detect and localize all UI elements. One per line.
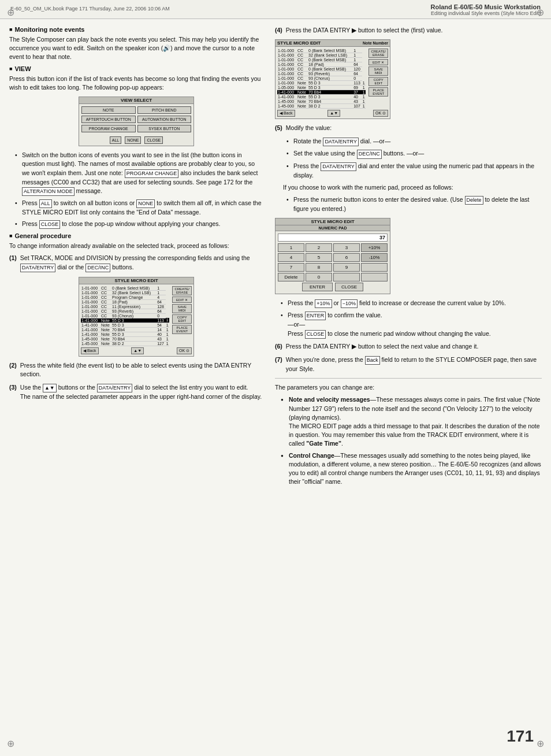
param-note-title: Note and velocity messages	[289, 396, 370, 403]
sme-title-2-label: STYLE MICRO EDIT	[277, 40, 363, 46]
sme-layout-2: 1-01-000CC0 (Bank Select MSB)1 1-01-000C…	[277, 49, 388, 109]
sme-screenshot-2: STYLE MICRO EDIT Note Number 1-01-000CC0…	[275, 39, 390, 119]
kbd-minus10: −10%	[341, 299, 358, 308]
num-key-0[interactable]: 0	[306, 273, 332, 281]
sme-bottom-bar: ◀ Back ▲▼ OK ⊙	[81, 347, 192, 354]
brand: Roland	[430, 3, 452, 10]
num-key-6[interactable]: 6	[333, 253, 360, 262]
view-btn-pitch: PITCH BEND	[137, 106, 192, 114]
num-key-1[interactable]: 1	[278, 243, 304, 252]
parameters-list: Note and velocity messages—These message…	[281, 395, 542, 486]
sme-inner-2: 1-01-000CC0 (Bank Select MSB)1 1-01-000C…	[276, 47, 390, 118]
sme-title-bar-2: STYLE MICRO EDIT Note Number	[276, 40, 390, 47]
sme-save-btn[interactable]: SAVEMIDI	[172, 304, 192, 313]
page-header: E-60_50_OM_UK.book Page 171 Thursday, Ju…	[0, 0, 551, 19]
num-pad-subtitle: NUMERIC PAD	[276, 225, 390, 231]
view-btn-aftertouch: AFTERTOUCH BUTTON	[81, 116, 136, 123]
main-content: Monitoring note events The Style Compose…	[0, 19, 551, 497]
sme-create-btn-2[interactable]: CREATE/ERASE	[368, 49, 388, 58]
table-row: 1-41-000Note55 D 3401	[277, 95, 366, 99]
kbd-dec-inc2: DEC/INC	[357, 150, 382, 158]
step-1: (1) Set TRACK, MODE and DIVISION by pres…	[9, 254, 263, 272]
table-row: 1-01-000CC0 (Bank Select MSB)1	[277, 49, 366, 53]
sme-place-btn-2[interactable]: PLACEEVENT	[368, 87, 388, 97]
step5-bullet-1: Rotate the DATA/ENTRY dial. —or—	[286, 137, 542, 146]
num-pad-close-btn[interactable]: CLOSE	[335, 283, 363, 291]
kbd-program-change: PROGRAM CHANGE	[125, 169, 179, 178]
kbd-close2: CLOSE	[305, 330, 326, 339]
sme-copy-btn-2[interactable]: COPYEDIT	[368, 77, 388, 86]
num-key-5[interactable]: 5	[306, 253, 332, 262]
view-btn-all[interactable]: ALL	[110, 136, 121, 144]
num-key-7[interactable]: 7	[278, 263, 304, 272]
kbd-data-entry2: DATA/ENTRY	[97, 384, 133, 392]
num-key-minus10[interactable]: -10%	[361, 253, 388, 262]
general-body: To change information already available …	[9, 242, 263, 250]
table-row: 1-01-000CC93 (Reverb)64	[277, 72, 366, 76]
bullet-1: Switch on the button icons of events you…	[15, 151, 263, 196]
table-row: 1-01-000CC93 (Chorus)0	[81, 313, 169, 318]
sme-note-number-label: Note Number	[363, 41, 388, 45]
sme-place-btn[interactable]: PLACEEVENT	[172, 325, 192, 334]
after-pad-bullets: Press the +10% or −10% field to increase…	[281, 299, 542, 338]
view-btn-none[interactable]: NONE	[125, 136, 141, 144]
sme-nav-btn[interactable]: ▲▼	[131, 347, 144, 354]
table-row: 1-41-000Note70 Bb4141	[81, 327, 169, 332]
table-row: 1-01-000CC18 (Pad)64	[277, 62, 366, 67]
num-key-plus10[interactable]: +10%	[361, 243, 388, 252]
step5-extra: If you choose to work with the numeric p…	[283, 183, 542, 192]
sme-copy-btn[interactable]: COPYEDIT	[172, 314, 192, 324]
step-6: (6) Press the DATA ENTRY ▶ button to sel…	[275, 342, 542, 351]
step-7-text: When you're done, press the Back field t…	[286, 355, 542, 373]
sme-ok-btn-2[interactable]: OK ⊙	[373, 110, 388, 117]
sme-bottom-bar-2: ◀ Back ▲▼ OK ⊙	[277, 110, 388, 117]
num-pad-inner: 37 1 2 3 +10% 4 5 6 -10% 7 8 9 Delete 0	[276, 231, 390, 294]
view-bullets: Switch on the button icons of events you…	[15, 151, 263, 229]
step-4-num: (4)	[275, 26, 282, 35]
num-key-4[interactable]: 4	[278, 253, 304, 262]
table-row: 1-01-000CC18 (Pad)64	[81, 299, 169, 304]
after-pad-bullet-1: Press the +10% or −10% field to increase…	[281, 299, 542, 308]
kbd-dec-inc: DEC/INC	[85, 264, 110, 272]
view-body: Press this button icon if the list of tr…	[9, 75, 263, 92]
step-7: (7) When you're done, press the Back fie…	[275, 355, 542, 373]
num-key-2[interactable]: 2	[306, 243, 332, 252]
step5-sub-bullet-1: Press the numeric button icons to enter …	[286, 195, 542, 213]
sme-back-btn[interactable]: ◀ Back	[81, 347, 99, 354]
view-select-screenshot: VIEW SELECT NOTE PITCH BEND AFTERTOUCH B…	[79, 97, 194, 146]
num-pad-grid: 1 2 3 +10% 4 5 6 -10% 7 8 9 Delete 0	[278, 243, 388, 281]
sme-ok-btn[interactable]: OK ⊙	[177, 347, 192, 354]
num-pad-title: STYLE MICRO EDIT	[276, 218, 390, 225]
table-row: 1-45-000Note38 D 21271	[81, 341, 169, 346]
num-key-delete[interactable]: Delete	[278, 273, 304, 281]
num-key-9[interactable]: 9	[333, 263, 360, 272]
table-row: 1-41-000Note55 D 3401	[81, 332, 169, 336]
kbd-close: CLOSE	[39, 220, 61, 229]
sme-save-btn-2[interactable]: SAVEMIDI	[368, 66, 388, 76]
view-btn-program: PROGRAM CHANGE	[81, 125, 136, 132]
num-key-8[interactable]: 8	[306, 263, 332, 272]
product-title: Roland E-60/E-50 Music Workstation	[430, 3, 541, 10]
step-3-num: (3)	[9, 383, 17, 401]
step-4-text: Press the DATA ENTRY ▶ button to select …	[286, 26, 443, 35]
step-1-num: (1)	[9, 254, 17, 272]
num-key-empty3	[361, 273, 388, 281]
sme-nav-btn-2[interactable]: ▲▼	[327, 110, 340, 117]
step-2-text: Press the white field (the event list) t…	[20, 361, 263, 379]
sme-edit-btn[interactable]: EDIT ✕	[172, 297, 192, 303]
sme-event-table-2: 1-01-000CC0 (Bank Select MSB)1 1-01-000C…	[277, 49, 366, 109]
num-pad-enter-btn[interactable]: ENTER	[302, 283, 333, 291]
num-key-empty	[361, 263, 388, 272]
view-btn-sysex: SYSEX BUTTON	[137, 125, 192, 132]
step-4: (4) Press the DATA ENTRY ▶ button to sel…	[275, 26, 542, 35]
view-bottom-buttons: ALL NONE CLOSE	[79, 135, 193, 146]
view-select-grid: NOTE PITCH BEND AFTERTOUCH BUTTON AUTOMA…	[79, 104, 193, 135]
sme-create-btn[interactable]: CREATE/ERASE	[172, 286, 192, 295]
sme-edit-btn-2[interactable]: EDIT ✕	[368, 59, 388, 65]
table-row: 1-01-000CC11 (Expression)128	[81, 304, 169, 309]
view-btn-close[interactable]: CLOSE	[144, 136, 163, 144]
view-btn-automation: AUTOMATION BUTTON	[137, 116, 192, 123]
sme-back-btn-2[interactable]: ◀ Back	[277, 110, 295, 117]
num-key-3[interactable]: 3	[333, 243, 360, 252]
right-column: (4) Press the DATA ENTRY ▶ button to sel…	[275, 26, 542, 490]
